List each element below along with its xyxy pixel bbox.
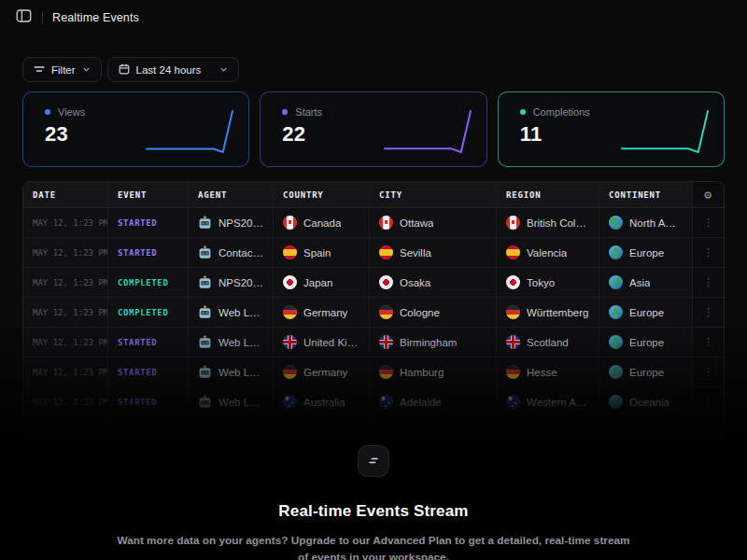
table-header-row: DATEEVENTAGENTCOUNTRYCITYREGIONCONTINENT…: [23, 182, 724, 208]
continent-cell: Asia: [599, 268, 693, 297]
filter-icon: [34, 64, 45, 76]
trend-sparkline: [381, 107, 474, 156]
cell-text: Germany: [303, 307, 347, 318]
filter-button[interactable]: Filter: [22, 57, 102, 82]
kebab-menu-icon[interactable]: ⋮: [703, 307, 713, 317]
column-settings-cell: ⚙: [693, 182, 724, 208]
legend-dot-icon: [282, 109, 288, 115]
cell-text: British Colum...: [527, 217, 589, 229]
date-cell: MAY 12, 1:23 PM: [23, 268, 108, 297]
cell-text: Osaka: [400, 277, 430, 288]
kebab-menu-icon[interactable]: ⋮: [703, 217, 713, 228]
cell-text: Web Lead: [218, 307, 263, 318]
agent-cell: Contact Us: [189, 238, 274, 267]
country-cell: Japan: [274, 268, 370, 297]
cell-text: Spain: [303, 247, 331, 259]
cell-text: Württemberg: [527, 307, 588, 318]
cell-text: Tokyo: [527, 277, 555, 288]
event-cell: STARTED: [108, 238, 189, 267]
top-bar: Realtime Events: [0, 0, 747, 35]
column-header-event: EVENT: [108, 182, 189, 208]
robot-agent-icon: [198, 245, 212, 259]
cell-text: Ottawa: [400, 217, 433, 229]
column-header-city: CITY: [370, 182, 497, 208]
legend-dot-icon: [520, 109, 526, 115]
date-range-select[interactable]: Last 24 hours: [107, 57, 239, 82]
legend-dot-icon: [45, 109, 50, 115]
flag-jp-icon: [506, 275, 520, 289]
globe-icon: [609, 216, 623, 230]
trend-sparkline: [143, 107, 236, 156]
cell-text: Asia: [629, 277, 650, 288]
cell-text: Japan: [303, 277, 332, 288]
realtime-events-page: Realtime Events Filter: [0, 0, 747, 560]
cell-text: Sevilla: [400, 247, 431, 259]
country-cell: Canada: [274, 208, 370, 237]
stat-card-starts: Starts22: [260, 91, 486, 167]
chevron-down-icon: [82, 64, 91, 76]
country-cell: Spain: [274, 238, 370, 267]
cell-text: Valencia: [527, 247, 567, 259]
cell-text: NPS2025: [218, 277, 263, 288]
continent-cell: North America: [599, 208, 693, 237]
city-cell: Ottawa: [370, 208, 497, 237]
robot-agent-icon: [198, 275, 212, 289]
gear-icon[interactable]: ⚙: [704, 189, 712, 201]
column-header-country: COUNTRY: [274, 182, 370, 208]
agent-cell: NPS2025: [189, 268, 274, 297]
region-cell: Valencia: [497, 238, 599, 267]
cell-text: North America: [629, 217, 683, 229]
upsell-body: Want more data on your agents? Upgrade t…: [112, 532, 635, 560]
filter-button-label: Filter: [51, 64, 76, 76]
kebab-menu-icon[interactable]: ⋮: [703, 247, 713, 258]
date-cell: MAY 12, 1:23 PM: [23, 238, 108, 267]
panel-left-icon: [16, 8, 32, 27]
flag-jp-icon: [283, 275, 297, 289]
cell-text: Canada: [303, 217, 341, 229]
table-row: MAY 12, 1:23 PMSTARTEDNPS2025CanadaOttaw…: [23, 208, 724, 238]
flag-ca-icon: [283, 216, 297, 230]
continent-cell: Europe: [599, 238, 693, 267]
date-range-label: Last 24 hours: [136, 64, 202, 76]
column-header-continent: CONTINENT: [599, 182, 693, 208]
cell-text: NPS2025: [218, 217, 263, 229]
flag-es-icon: [506, 245, 520, 259]
flag-es-icon: [283, 245, 297, 259]
page-title: Realtime Events: [52, 11, 139, 24]
row-actions-cell: ⋮: [693, 268, 724, 297]
stat-card-views: Views23: [22, 91, 249, 167]
city-cell: Sevilla: [370, 238, 497, 267]
cell-text: Contact Us: [218, 247, 263, 259]
region-cell: British Colum...: [497, 208, 599, 237]
kebab-menu-icon[interactable]: ⋮: [703, 277, 713, 287]
stat-cards: Views23Starts22Completions11: [22, 91, 725, 167]
row-actions-cell: ⋮: [693, 238, 724, 267]
cell-text: Europe: [629, 247, 664, 259]
table-row: MAY 12, 1:23 PMSTARTEDContact UsSpainSev…: [23, 238, 724, 268]
calendar-icon: [119, 63, 130, 77]
sidebar-toggle-button[interactable]: [14, 8, 33, 27]
globe-icon: [609, 245, 623, 259]
city-cell: Osaka: [370, 268, 497, 297]
date-cell: MAY 12, 1:23 PM: [23, 208, 108, 237]
table-row: MAY 12, 1:23 PMCOMPLETEDNPS2025JapanOsak…: [23, 268, 724, 298]
stat-label: Completions: [533, 106, 590, 118]
event-cell: COMPLETED: [108, 268, 189, 297]
robot-agent-icon: [198, 216, 212, 230]
event-cell: STARTED: [108, 208, 189, 237]
upsell-title: Real-time Events Stream: [278, 502, 468, 521]
column-header-date: DATE: [23, 182, 108, 208]
chevron-down-icon: [219, 64, 228, 76]
agent-cell: NPS2025: [189, 208, 274, 237]
row-actions-cell: ⋮: [693, 208, 724, 237]
stat-card-completions: Completions11: [498, 91, 725, 167]
cell-text: Europe: [629, 307, 664, 318]
flag-ca-icon: [379, 216, 393, 230]
flag-ca-icon: [506, 216, 520, 230]
region-cell: Tokyo: [497, 268, 599, 297]
stat-label: Starts: [295, 106, 322, 118]
flag-jp-icon: [379, 275, 393, 289]
topbar-divider: [42, 11, 43, 24]
toolbar: Filter Last 24 hours: [22, 57, 239, 82]
column-header-region: REGION: [497, 182, 599, 208]
